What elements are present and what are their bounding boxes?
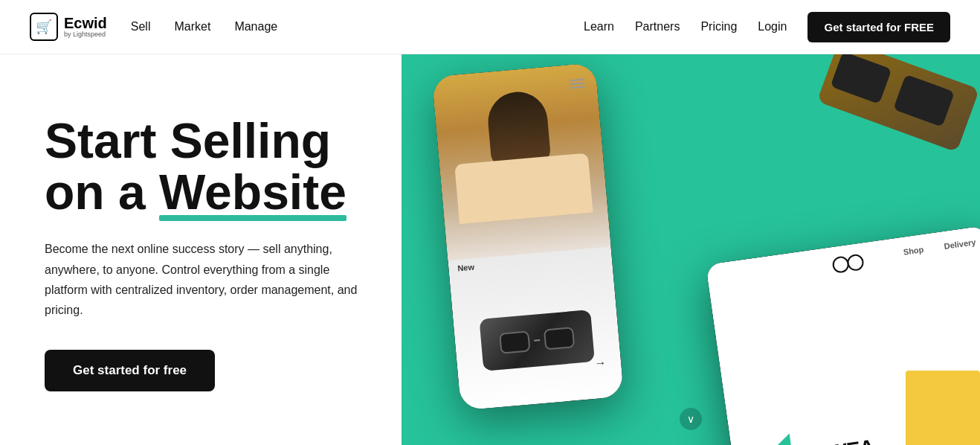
navbar-left: 🛒 Ecwid by Lightspeed Sell Market Manage: [30, 13, 277, 41]
hero-right: New →: [402, 54, 980, 445]
phone-shoulders: [454, 153, 593, 224]
hero-left: Start Selling on a Website Become the ne…: [0, 54, 402, 445]
logo-sub: by Lightspeed: [64, 31, 107, 39]
hero-title-line1: Start Selling: [45, 113, 331, 168]
nav-partners[interactable]: Partners: [635, 20, 680, 33]
hero-cta-button[interactable]: Get started for free: [45, 350, 215, 391]
nav-login[interactable]: Login: [758, 20, 787, 33]
green-triangle: [730, 433, 796, 445]
logo[interactable]: 🛒 Ecwid by Lightspeed: [30, 13, 107, 41]
phone-menu-lines: [570, 79, 585, 89]
menu-line-1: [570, 79, 584, 82]
phone-logo-mark: [831, 253, 865, 274]
hero-description: Become the next online success story — s…: [45, 239, 364, 320]
scroll-down-indicator[interactable]: ∨: [680, 408, 702, 430]
lens-right: [544, 327, 575, 350]
nav-sell[interactable]: Sell: [131, 20, 151, 33]
navbar-right: Learn Partners Pricing Login Get started…: [584, 12, 950, 42]
lens-bridge: [534, 339, 540, 342]
sunglass-shape: [499, 327, 575, 354]
nav-pricing[interactable]: Pricing: [700, 20, 737, 33]
sunglasses-lens: [831, 54, 892, 104]
nav-cta-button[interactable]: Get started for FREE: [807, 12, 950, 42]
menu-line-2: [570, 83, 584, 86]
phone-product: [479, 310, 595, 371]
phone-left-inner: New →: [432, 63, 624, 410]
navbar: 🛒 Ecwid by Lightspeed Sell Market Manage…: [0, 0, 980, 54]
hero-title-highlight: Website: [159, 167, 346, 218]
logo-icon: 🛒: [30, 13, 58, 41]
yellow-corner: [906, 371, 980, 445]
phone-shop-label: Shop: [903, 245, 924, 257]
lens-left: [499, 330, 530, 353]
logo-name: Ecwid: [64, 15, 107, 31]
phone-delivery-label: Delivery: [944, 237, 976, 251]
hero-title: Start Selling on a Website: [45, 115, 364, 219]
nav-manage[interactable]: Manage: [234, 20, 277, 33]
logo-text: Ecwid by Lightspeed: [64, 15, 107, 39]
circle-right: [846, 253, 865, 272]
hero-section: Start Selling on a Website Become the ne…: [0, 54, 980, 445]
nav-learn[interactable]: Learn: [584, 20, 614, 33]
phone-left: New →: [432, 63, 624, 410]
phone-new-label: New: [457, 262, 475, 272]
phone-arrow: →: [593, 356, 607, 371]
hero-title-line2: on a: [45, 164, 159, 220]
nav-market[interactable]: Market: [174, 20, 210, 33]
